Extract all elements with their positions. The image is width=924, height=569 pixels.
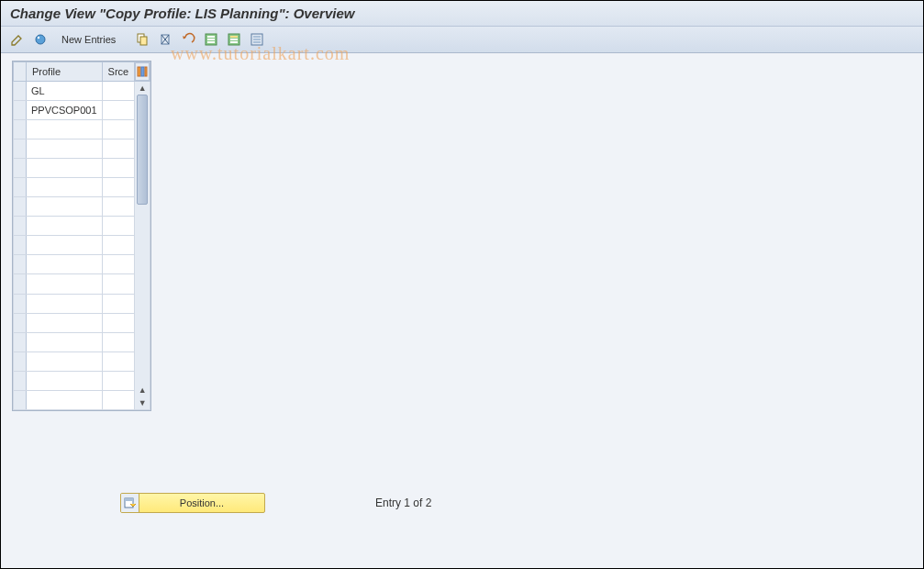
delete-icon[interactable]	[156, 30, 174, 49]
cell-srce[interactable]	[102, 390, 135, 409]
cell-profile[interactable]	[27, 197, 103, 217]
row-selector[interactable]	[14, 178, 27, 197]
table-row	[14, 255, 150, 274]
table-row	[14, 351, 150, 371]
new-entries-button[interactable]: New Entries	[54, 32, 123, 47]
content-area: Profile Srce GL▲▲▼PPVCSOP001	[1, 53, 923, 538]
cell-profile[interactable]: GL	[27, 82, 103, 101]
cell-profile[interactable]	[27, 294, 103, 313]
row-selector[interactable]	[14, 371, 27, 390]
table-row	[14, 120, 150, 139]
svg-rect-13	[230, 39, 238, 40]
cell-profile[interactable]	[27, 371, 103, 390]
table-row	[14, 274, 150, 294]
svg-rect-23	[125, 498, 133, 501]
cell-srce[interactable]	[102, 197, 135, 217]
cell-srce[interactable]	[102, 120, 135, 139]
table-row: PPVCSOP001	[14, 101, 150, 120]
cell-profile[interactable]	[27, 139, 103, 159]
table-row	[14, 159, 150, 178]
scroll-thumb[interactable]	[137, 95, 148, 205]
row-selector-header[interactable]	[14, 62, 27, 82]
cell-srce[interactable]	[102, 332, 135, 351]
scroll-up-icon[interactable]: ▲	[136, 82, 149, 95]
cell-srce[interactable]	[102, 255, 135, 274]
svg-rect-21	[145, 67, 147, 76]
cell-profile[interactable]	[27, 120, 103, 139]
svg-point-1	[38, 37, 39, 39]
toolbar: New Entries	[1, 27, 923, 53]
select-all-icon[interactable]	[202, 30, 220, 49]
cell-srce[interactable]	[102, 101, 135, 120]
svg-point-0	[36, 35, 45, 44]
cell-profile[interactable]	[27, 274, 103, 294]
row-selector[interactable]	[14, 294, 27, 313]
cell-srce[interactable]	[102, 217, 135, 236]
cell-profile[interactable]	[27, 313, 103, 332]
table-settings-icon[interactable]	[135, 62, 150, 81]
row-selector[interactable]	[14, 274, 27, 294]
copy-icon[interactable]	[133, 30, 151, 49]
scroll-track[interactable]	[136, 95, 149, 384]
toggle-edit-icon[interactable]	[8, 30, 27, 49]
position-button[interactable]: Position...	[120, 493, 265, 513]
row-selector[interactable]	[14, 351, 27, 371]
row-selector[interactable]	[14, 390, 27, 409]
table-row	[14, 217, 150, 236]
cell-srce[interactable]	[102, 82, 135, 101]
deselect-all-icon[interactable]	[248, 30, 266, 49]
cell-srce[interactable]	[102, 178, 135, 197]
cell-srce[interactable]	[102, 139, 135, 159]
cell-profile[interactable]	[27, 178, 103, 197]
row-selector[interactable]	[14, 159, 27, 178]
column-header-srce[interactable]: Srce	[102, 62, 135, 82]
row-selector[interactable]	[14, 313, 27, 332]
svg-rect-16	[253, 36, 261, 38]
cell-srce[interactable]	[102, 313, 135, 332]
cell-profile[interactable]	[27, 351, 103, 371]
cell-profile[interactable]	[27, 159, 103, 178]
row-selector[interactable]	[14, 82, 27, 101]
table-row	[14, 197, 150, 217]
cell-srce[interactable]	[102, 351, 135, 371]
row-selector[interactable]	[14, 255, 27, 274]
cell-srce[interactable]	[102, 371, 135, 390]
profile-table: Profile Srce GL▲▲▼PPVCSOP001	[12, 61, 151, 411]
table-row	[14, 178, 150, 197]
page-title: Change View "Copy Profile: LIS Planning"…	[1, 1, 923, 27]
svg-rect-17	[253, 39, 261, 40]
cell-profile[interactable]	[27, 217, 103, 236]
cell-srce[interactable]	[102, 159, 135, 178]
row-selector[interactable]	[14, 236, 27, 255]
column-header-profile[interactable]: Profile	[27, 62, 103, 82]
table-row: GL▲▲▼	[14, 82, 150, 101]
scroll-up2-icon[interactable]: ▲	[136, 384, 149, 396]
undo-icon[interactable]	[179, 30, 197, 49]
row-selector[interactable]	[14, 217, 27, 236]
table-row	[14, 236, 150, 255]
other-entry-icon[interactable]	[31, 30, 50, 49]
table-row	[14, 371, 150, 390]
select-block-icon[interactable]	[225, 30, 243, 49]
row-selector[interactable]	[14, 332, 27, 351]
svg-rect-8	[207, 36, 215, 38]
row-selector[interactable]	[14, 101, 27, 120]
svg-rect-3	[140, 37, 147, 45]
position-icon	[121, 494, 139, 512]
row-selector[interactable]	[14, 139, 27, 159]
scroll-down-icon[interactable]: ▼	[136, 396, 149, 409]
cell-profile[interactable]	[27, 255, 103, 274]
vertical-scrollbar[interactable]: ▲▲▼	[135, 82, 150, 410]
cell-profile[interactable]: PPVCSOP001	[27, 101, 103, 120]
cell-profile[interactable]	[27, 390, 103, 409]
cell-profile[interactable]	[27, 332, 103, 351]
cell-srce[interactable]	[102, 274, 135, 294]
svg-rect-18	[253, 41, 261, 43]
cell-profile[interactable]	[27, 236, 103, 255]
cell-srce[interactable]	[102, 236, 135, 255]
cell-srce[interactable]	[102, 294, 135, 313]
row-selector[interactable]	[14, 120, 27, 139]
table-row	[14, 313, 150, 332]
row-selector[interactable]	[14, 197, 27, 217]
svg-rect-20	[141, 67, 144, 76]
